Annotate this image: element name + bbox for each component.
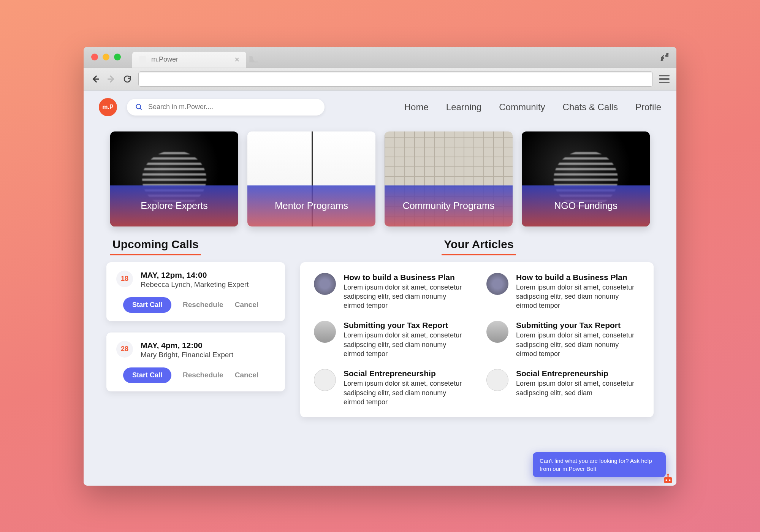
article-item[interactable]: Submitting your Tax ReportLorem ipsum do…	[486, 321, 640, 358]
category-overlay: NGO Fundings	[522, 185, 650, 226]
svg-point-8	[667, 473, 669, 475]
browser-window: m.Power × m.P	[84, 47, 676, 486]
category-label: Explore Experts	[141, 200, 207, 211]
section-title-upcoming: Upcoming Calls	[110, 238, 201, 255]
search-input[interactable]	[148, 103, 316, 111]
svg-point-6	[669, 479, 670, 481]
article-thumb	[314, 321, 336, 343]
maximize-window-button[interactable]	[114, 54, 121, 60]
call-card: 18 MAY, 12pm, 14:00 Rebecca Lynch, Marke…	[106, 262, 285, 321]
svg-point-5	[665, 479, 667, 481]
window-controls	[91, 54, 121, 60]
search-icon	[135, 103, 143, 111]
browser-toolbar	[84, 68, 676, 90]
call-date-badge: 18	[116, 271, 133, 287]
nav-learning[interactable]: Learning	[446, 102, 481, 112]
article-item[interactable]: How to build a Business PlanLorem ipsum …	[486, 273, 640, 310]
article-thumb	[486, 321, 508, 343]
category-label: NGO Fundings	[554, 200, 618, 211]
tab-close-icon[interactable]: ×	[234, 55, 239, 65]
new-tab-button[interactable]	[249, 54, 259, 66]
app-viewport: m.P Home Learning Community Chats & Call…	[84, 90, 676, 486]
nav-profile[interactable]: Profile	[635, 102, 661, 112]
fullscreen-icon[interactable]	[660, 52, 670, 63]
category-overlay: Mentor Programs	[247, 185, 375, 226]
logo-text: m.P	[102, 104, 113, 111]
article-thumb	[314, 369, 336, 391]
article-excerpt: Lorem ipsum dolor sit amet, consetetur s…	[516, 331, 640, 358]
section-title-articles: Your Articles	[442, 238, 516, 255]
article-title: How to build a Business Plan	[516, 273, 640, 282]
article-item[interactable]: How to build a Business PlanLorem ipsum …	[314, 273, 467, 310]
category-overlay: Explore Experts	[110, 185, 238, 226]
nav-home[interactable]: Home	[404, 102, 429, 112]
article-thumb	[486, 273, 508, 295]
article-excerpt: Lorem ipsum dolor sit amet, consetetur s…	[516, 283, 640, 310]
nav-chats-calls[interactable]: Chats & Calls	[563, 102, 618, 112]
search-box[interactable]	[127, 99, 325, 116]
tab-favicon	[139, 56, 146, 63]
category-overlay: Community Programs	[385, 185, 513, 226]
article-title: Submitting your Tax Report	[344, 321, 467, 330]
minimize-window-button[interactable]	[103, 54, 109, 60]
category-card-explore-experts[interactable]: Explore Experts	[110, 131, 238, 226]
nav-community[interactable]: Community	[499, 102, 545, 112]
content-columns: Upcoming Calls 18 MAY, 12pm, 14:00 Rebec…	[84, 234, 676, 425]
call-time: MAY, 4pm, 12:00	[141, 341, 233, 350]
app-header: m.P Home Learning Community Chats & Call…	[84, 90, 676, 120]
address-bar[interactable]	[138, 71, 653, 87]
category-label: Community Programs	[403, 200, 495, 211]
article-excerpt: Lorem ipsum dolor sit amet, consetetur s…	[344, 379, 467, 407]
cancel-link[interactable]: Cancel	[235, 371, 258, 379]
category-card-ngo-fundings[interactable]: NGO Fundings	[522, 131, 650, 226]
bot-icon[interactable]	[661, 473, 675, 486]
svg-line-3	[140, 108, 142, 109]
article-excerpt: Lorem ipsum dolor sit amet, consetetur s…	[516, 379, 640, 397]
svg-point-2	[136, 104, 141, 109]
browser-tab[interactable]: m.Power ×	[132, 52, 246, 68]
browser-tab-strip: m.Power ×	[84, 47, 676, 68]
start-call-button[interactable]: Start Call	[123, 297, 171, 313]
category-card-mentor-programs[interactable]: Mentor Programs	[247, 131, 375, 226]
svg-rect-4	[664, 477, 672, 483]
article-title: Submitting your Tax Report	[516, 321, 640, 330]
call-date-badge: 28	[116, 341, 133, 358]
reschedule-link[interactable]: Reschedule	[183, 301, 223, 309]
help-tooltip[interactable]: Can't find what you are looking for? Ask…	[533, 452, 666, 477]
category-label: Mentor Programs	[275, 200, 348, 211]
article-excerpt: Lorem ipsum dolor sit amet, consetetur s…	[344, 283, 467, 310]
call-participant: Mary Bright, Financial Expert	[141, 351, 233, 359]
upcoming-calls-section: Upcoming Calls 18 MAY, 12pm, 14:00 Rebec…	[106, 238, 285, 418]
help-text: Can't find what you are looking for? Ask…	[540, 458, 652, 472]
close-window-button[interactable]	[91, 54, 98, 60]
tab-title: m.Power	[151, 55, 178, 63]
reload-button[interactable]	[122, 74, 132, 84]
article-title: How to build a Business Plan	[344, 273, 467, 282]
call-time: MAY, 12pm, 14:00	[141, 271, 249, 280]
article-item[interactable]: Social EntrepreneurshipLorem ipsum dolor…	[314, 369, 467, 407]
forward-button[interactable]	[106, 74, 116, 84]
call-card: 28 MAY, 4pm, 12:00 Mary Bright, Financia…	[106, 332, 285, 391]
call-participant: Rebecca Lynch, Marketing Expert	[141, 280, 249, 289]
start-call-button[interactable]: Start Call	[123, 367, 171, 383]
category-cards: Explore Experts Mentor Programs Communit…	[84, 120, 676, 234]
category-card-community-programs[interactable]: Community Programs	[385, 131, 513, 226]
article-excerpt: Lorem ipsum dolor sit amet, consetetur s…	[344, 331, 467, 358]
article-item[interactable]: Submitting your Tax ReportLorem ipsum do…	[314, 321, 467, 358]
article-item[interactable]: Social EntrepreneurshipLorem ipsum dolor…	[486, 369, 640, 407]
svg-rect-7	[668, 475, 669, 477]
app-logo[interactable]: m.P	[99, 98, 117, 116]
articles-section: Your Articles How to build a Business Pl…	[300, 238, 654, 418]
cancel-link[interactable]: Cancel	[235, 301, 258, 309]
articles-panel: How to build a Business PlanLorem ipsum …	[300, 262, 654, 418]
reschedule-link[interactable]: Reschedule	[183, 371, 223, 379]
browser-menu-icon[interactable]	[659, 75, 670, 83]
article-thumb	[486, 369, 508, 391]
article-thumb	[314, 273, 336, 295]
article-title: Social Entrepreneurship	[516, 369, 640, 378]
back-button[interactable]	[90, 74, 100, 84]
main-nav: Home Learning Community Chats & Calls Pr…	[404, 102, 661, 112]
article-title: Social Entrepreneurship	[344, 369, 467, 378]
